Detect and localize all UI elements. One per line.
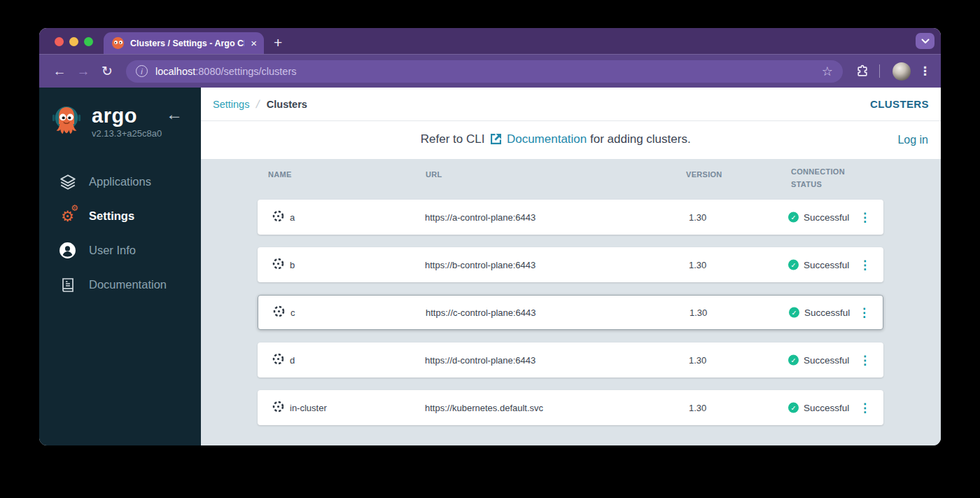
tab-close-icon[interactable]: × <box>251 38 257 48</box>
argo-favicon-icon <box>112 37 124 49</box>
kubernetes-icon <box>272 305 286 320</box>
column-header-version: VERSION <box>686 170 722 179</box>
profile-avatar[interactable] <box>892 62 911 81</box>
row-menu-button[interactable]: ⋮ <box>859 259 871 271</box>
success-check-icon: ✓ <box>788 212 799 223</box>
row-menu-button[interactable]: ⋮ <box>858 307 870 319</box>
sidebar-item-label: Documentation <box>89 278 167 291</box>
clusters-table: NAME URL VERSION CONNECTION STATUS a htt… <box>201 159 941 445</box>
cluster-name: a <box>290 212 295 223</box>
content: Settings / Clusters CLUSTERS Refer to CL… <box>201 88 941 445</box>
book-icon <box>58 275 77 294</box>
sidebar-item-label: User Info <box>89 244 136 257</box>
row-menu-button[interactable]: ⋮ <box>859 402 871 414</box>
column-header-name: NAME <box>268 170 292 179</box>
cluster-version: 1.30 <box>689 403 706 413</box>
table-row[interactable]: a https://a-control-plane:6443 1.30 ✓Suc… <box>258 200 883 235</box>
chevron-down-icon <box>921 39 930 44</box>
extensions-icon[interactable] <box>853 62 872 81</box>
cluster-url: https://kubernetes.default.svc <box>425 403 543 413</box>
info-message: Refer to CLI Documentation for adding cl… <box>214 132 897 148</box>
sidebar-collapse-button[interactable]: ← <box>166 106 183 123</box>
breadcrumb: Settings / Clusters CLUSTERS <box>201 88 941 121</box>
url-host: localhost <box>155 66 195 77</box>
cluster-version: 1.30 <box>690 307 707 318</box>
brand-text: argo v2.13.3+a25c8a0 <box>92 105 162 138</box>
brand-name: argo <box>92 105 162 126</box>
table-row[interactable]: b https://b-control-plane:6443 1.30 ✓Suc… <box>258 247 883 282</box>
address-bar[interactable]: i localhost:8080/settings/clusters ☆ <box>126 60 843 83</box>
status-label: Successful <box>804 307 850 318</box>
row-menu-button[interactable]: ⋮ <box>859 354 871 366</box>
page-title: CLUSTERS <box>870 98 929 110</box>
cluster-name: d <box>290 355 295 366</box>
info-prefix: Refer to CLI <box>421 132 485 146</box>
status-label: Successful <box>804 355 849 366</box>
new-tab-button[interactable]: + <box>274 35 282 50</box>
close-window-button[interactable] <box>55 37 64 46</box>
breadcrumb-current: Clusters <box>267 99 307 110</box>
breadcrumb-separator: / <box>255 98 260 111</box>
cluster-version: 1.30 <box>689 212 706 223</box>
cluster-version: 1.30 <box>689 355 706 366</box>
tab-search-chevron-button[interactable] <box>916 33 934 49</box>
table-row[interactable]: d https://d-control-plane:6443 1.30 ✓Suc… <box>258 343 883 378</box>
layers-icon <box>58 172 77 191</box>
cluster-version: 1.30 <box>689 260 706 270</box>
sidebar-nav: Applications ⚙⚙ Settings User Info <box>39 165 201 302</box>
bookmark-star-icon[interactable]: ☆ <box>822 64 833 79</box>
breadcrumb-settings-link[interactable]: Settings <box>213 99 249 110</box>
status-label: Successful <box>804 403 849 413</box>
kubernetes-icon <box>272 400 285 415</box>
toolbar-divider <box>879 64 880 78</box>
window-controls <box>55 37 93 46</box>
success-check-icon: ✓ <box>788 260 799 270</box>
external-link-icon <box>491 134 501 148</box>
kubernetes-icon <box>272 352 285 368</box>
cluster-name: c <box>290 307 295 318</box>
url-path: :8080/settings/clusters <box>195 66 296 77</box>
row-menu-button[interactable]: ⋮ <box>859 212 871 223</box>
argo-mascot-icon <box>50 103 83 141</box>
sidebar-item-label: Applications <box>89 175 151 188</box>
sidebar-item-documentation[interactable]: Documentation <box>39 268 201 302</box>
column-header-connection-status: CONNECTION STATUS <box>791 165 850 191</box>
minimize-window-button[interactable] <box>69 37 78 46</box>
user-icon <box>58 241 77 260</box>
cluster-url: https://b-control-plane:6443 <box>425 260 536 270</box>
site-info-icon[interactable]: i <box>136 65 148 77</box>
cluster-url: https://d-control-plane:6443 <box>425 355 536 366</box>
sidebar-item-applications[interactable]: Applications <box>39 165 201 199</box>
status-label: Successful <box>804 212 849 223</box>
cluster-name: b <box>290 260 295 270</box>
sidebar-item-settings[interactable]: ⚙⚙ Settings <box>39 199 201 233</box>
browser-toolbar: ← → ↻ i localhost:8080/settings/clusters… <box>39 54 941 88</box>
browser-menu-button[interactable]: ⋮ <box>919 64 931 78</box>
forward-button[interactable]: → <box>73 61 94 82</box>
success-check-icon: ✓ <box>788 403 799 413</box>
status-label: Successful <box>804 260 849 270</box>
info-suffix: for adding clusters. <box>590 132 691 146</box>
success-check-icon: ✓ <box>789 307 799 318</box>
cluster-url: https://c-control-plane:6443 <box>426 307 536 318</box>
url-text: localhost:8080/settings/clusters <box>155 66 814 77</box>
column-header-url: URL <box>426 170 442 179</box>
browser-tab[interactable]: Clusters / Settings - Argo CD × <box>104 32 264 54</box>
documentation-link[interactable]: Documentation <box>507 132 587 146</box>
login-link[interactable]: Log in <box>897 134 928 146</box>
browser-window: Clusters / Settings - Argo CD × + ← → ↻ … <box>39 28 941 445</box>
success-check-icon: ✓ <box>788 355 799 366</box>
cluster-name: in-cluster <box>290 403 327 413</box>
reload-button[interactable]: ↻ <box>97 61 118 82</box>
maximize-window-button[interactable] <box>84 37 93 46</box>
sidebar-item-user-info[interactable]: User Info <box>39 233 201 268</box>
tab-strip: Clusters / Settings - Argo CD × + <box>39 28 941 54</box>
table-row[interactable]: in-cluster https://kubernetes.default.sv… <box>258 390 883 425</box>
table-rows: a https://a-control-plane:6443 1.30 ✓Suc… <box>258 200 883 425</box>
sidebar: argo v2.13.3+a25c8a0 ← Applications ⚙⚙ S… <box>39 88 201 445</box>
table-row[interactable]: c https://c-control-plane:6443 1.30 ✓Suc… <box>258 295 883 330</box>
kubernetes-icon <box>272 209 285 225</box>
tab-title: Clusters / Settings - Argo CD <box>130 39 244 48</box>
sidebar-item-label: Settings <box>89 209 134 223</box>
back-button[interactable]: ← <box>49 61 70 82</box>
